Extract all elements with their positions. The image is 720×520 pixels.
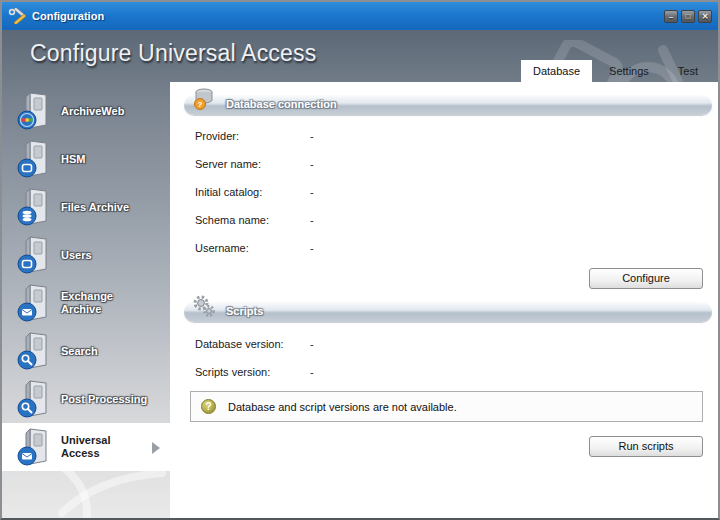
- sidebar-item-label: ArchiveWeb: [61, 105, 124, 118]
- initial-catalog-row: Initial catalog: -: [195, 186, 314, 198]
- sidebar-item-label: Search: [61, 345, 98, 358]
- scripts-version-row: Scripts version: -: [195, 366, 314, 378]
- maximize-button[interactable]: □: [681, 10, 695, 23]
- info-message-text: Database and script versions are not ava…: [228, 401, 457, 413]
- hsm-icon: [15, 138, 53, 180]
- field-value: -: [310, 158, 314, 170]
- sidebar-item-label: Users: [61, 249, 92, 262]
- schema-name-row: Schema name: -: [195, 214, 314, 226]
- field-value: -: [310, 130, 314, 142]
- server-name-row: Server name: -: [195, 158, 314, 170]
- window-title: Configuration: [32, 10, 104, 22]
- sidebar-item-label: Files Archive: [61, 201, 129, 214]
- tools-icon: [8, 8, 26, 24]
- sidebar-item-post-processing[interactable]: Post Processing: [2, 375, 170, 423]
- sidebar-item-label: HSM: [61, 153, 85, 166]
- content-panel: ? Database connection Provider: - Server…: [170, 82, 718, 518]
- field-label: Schema name:: [195, 214, 310, 226]
- tab-test[interactable]: Test: [666, 60, 710, 82]
- sidebar-item-hsm[interactable]: HSM: [2, 135, 170, 183]
- universal-access-icon: [15, 426, 53, 468]
- database-connection-header: ? Database connection: [184, 95, 712, 115]
- sidebar-item-label: Universal Access: [61, 434, 123, 460]
- selected-item-arrow: [152, 442, 160, 454]
- section-title: Scripts: [226, 305, 263, 317]
- minimize-button[interactable]: –: [664, 10, 678, 23]
- field-value: -: [310, 242, 314, 254]
- run-scripts-button[interactable]: Run scripts: [589, 436, 703, 457]
- close-button[interactable]: ✕: [698, 10, 712, 23]
- field-label: Initial catalog:: [195, 186, 310, 198]
- scripts-header: Scripts: [184, 302, 712, 322]
- files-archive-icon: [15, 186, 53, 228]
- tab-settings[interactable]: Settings: [597, 60, 661, 82]
- field-label: Scripts version:: [195, 366, 310, 378]
- provider-row: Provider: -: [195, 130, 314, 142]
- tab-bar: Database Settings Test: [521, 60, 710, 82]
- configure-button[interactable]: Configure: [589, 268, 703, 289]
- username-row: Username: -: [195, 242, 314, 254]
- sidebar-item-exchange-archive[interactable]: Exchange Archive: [2, 279, 170, 327]
- field-value: -: [310, 338, 314, 350]
- sidebar-item-files-archive[interactable]: Files Archive: [2, 183, 170, 231]
- gears-icon: [192, 294, 218, 320]
- section-title: Database connection: [226, 98, 337, 110]
- page-title: Configure Universal Access: [30, 40, 316, 67]
- sidebar-item-universal-access[interactable]: Universal Access: [2, 423, 170, 471]
- question-badge-icon: ?: [201, 399, 216, 414]
- database-version-row: Database version: -: [195, 338, 314, 350]
- users-icon: [15, 234, 53, 276]
- field-label: Server name:: [195, 158, 310, 170]
- search-icon: [15, 330, 53, 372]
- info-message-box: ? Database and script versions are not a…: [190, 391, 703, 422]
- database-question-icon: ?: [192, 87, 218, 113]
- field-label: Database version:: [195, 338, 310, 350]
- sidebar-item-label: Exchange Archive: [61, 290, 123, 316]
- field-value: -: [310, 214, 314, 226]
- sidebar-item-archiveweb[interactable]: ArchiveWeb: [2, 87, 170, 135]
- title-bar[interactable]: Configuration – □ ✕: [2, 2, 718, 30]
- field-label: Provider:: [195, 130, 310, 142]
- sidebar: ArchiveWeb HSM Files Archive: [2, 82, 170, 518]
- field-label: Username:: [195, 242, 310, 254]
- svg-text:?: ?: [198, 100, 203, 109]
- archiveweb-icon: [15, 90, 53, 132]
- field-value: -: [310, 366, 314, 378]
- sidebar-item-users[interactable]: Users: [2, 231, 170, 279]
- field-value: -: [310, 186, 314, 198]
- tab-database[interactable]: Database: [521, 60, 592, 82]
- sidebar-item-label: Post Processing: [61, 393, 147, 406]
- configuration-window: Configuration – □ ✕ Configure Universal …: [0, 0, 720, 520]
- post-processing-icon: [15, 378, 53, 420]
- exchange-archive-icon: [15, 282, 53, 324]
- sidebar-item-search[interactable]: Search: [2, 327, 170, 375]
